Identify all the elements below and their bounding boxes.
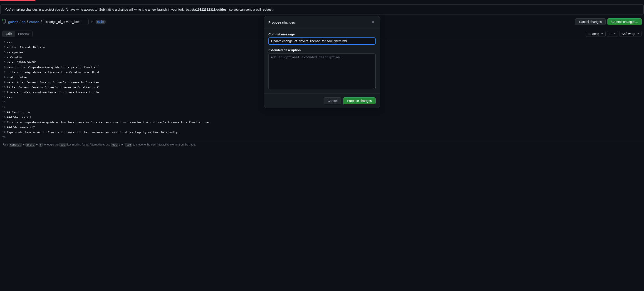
in-label: in	[91, 20, 93, 24]
line-gutter: 1234567891011121314151617181920	[0, 39, 7, 141]
extended-description-textarea[interactable]	[268, 53, 376, 89]
repo-icon	[2, 20, 7, 24]
notice-text: You're making changes in a project you d…	[5, 8, 184, 11]
breadcrumb-croatia[interactable]: croatia	[29, 20, 40, 24]
commit-message-label: Commit message	[268, 32, 376, 36]
line-number: 11	[2, 90, 6, 95]
line-number: 15	[2, 110, 6, 115]
kbd-tab: tab	[125, 143, 132, 147]
commit-changes-button[interactable]: Commit changes...	[608, 18, 642, 25]
breadcrumb-sep: /	[20, 20, 20, 24]
code-line[interactable]	[7, 100, 210, 105]
line-number: 1	[2, 40, 6, 45]
tab-preview[interactable]: Preview	[15, 31, 32, 37]
close-icon	[371, 20, 375, 24]
code-line[interactable]: ---	[7, 95, 210, 100]
line-number: 4	[2, 55, 6, 60]
extended-description-label: Extended description	[268, 48, 376, 52]
code-line[interactable]	[7, 135, 210, 140]
code-line[interactable]: ## Description	[7, 110, 210, 115]
line-number: 20	[2, 135, 6, 140]
code-line[interactable]: their foreign driver's license to a Croa…	[7, 70, 210, 75]
line-number: 5	[2, 60, 6, 65]
breadcrumb-sep: /	[27, 20, 28, 24]
indent-size-select[interactable]: 2	[607, 31, 618, 37]
code-line[interactable]: categories:	[7, 50, 210, 55]
notice-suffix: , so you can send a pull request.	[228, 8, 274, 11]
cancel-button[interactable]: Cancel	[324, 98, 341, 104]
wrap-mode-select[interactable]: Soft wrap	[619, 31, 642, 37]
kbd-control: Control	[9, 143, 22, 147]
kbd-m: m	[38, 143, 43, 147]
code-line[interactable]: This is a comprehensive guide on how for…	[7, 120, 210, 125]
indent-mode-select[interactable]: Spaces	[586, 31, 606, 37]
filename-input[interactable]	[43, 18, 88, 25]
breadcrumb-root[interactable]: guides	[8, 20, 18, 24]
line-number: 7	[2, 70, 6, 75]
code-line[interactable]: ### Who needs it?	[7, 125, 210, 130]
kbd-tab: tab	[59, 143, 66, 147]
editor-tabs: Edit Preview	[2, 31, 33, 37]
code-line[interactable]: title: Convert Foreign Driver's License …	[7, 85, 210, 90]
code-line[interactable]: Expats who have moved to Croatia for wor…	[7, 130, 210, 135]
notice-repo: rbatista19112312313/guides	[184, 8, 227, 11]
code-line[interactable]: description: Comprehensive guide for exp…	[7, 65, 210, 70]
breadcrumb-sep: /	[41, 20, 42, 24]
code-line[interactable]: author: Ricardo Batista	[7, 45, 210, 50]
line-number: 8	[2, 75, 6, 80]
page-progress-bar	[0, 0, 644, 1]
line-number: 3	[2, 50, 6, 55]
line-number: 17	[2, 120, 6, 125]
code-line[interactable]: ---	[7, 40, 210, 45]
close-button[interactable]	[370, 19, 376, 26]
code-content[interactable]: ---author: Ricardo Batistacategories:- C…	[7, 39, 210, 141]
line-number: 9	[2, 80, 6, 85]
line-number: 2	[2, 45, 6, 50]
fork-notice: You're making changes in a project you d…	[0, 4, 644, 15]
breadcrumb-en[interactable]: en	[22, 20, 26, 24]
modal-title: Propose changes	[268, 21, 295, 24]
line-number: 13	[2, 100, 6, 105]
line-number: 6	[2, 65, 6, 70]
kbd-esc: esc	[111, 143, 118, 147]
modal-body: Commit message Extended description	[264, 29, 380, 94]
modal-header: Propose changes	[264, 16, 380, 29]
code-line[interactable]: meta_title: Convert Foreign Driver's Lic…	[7, 80, 210, 85]
unsaved-dot-icon	[2, 19, 4, 21]
code-line[interactable]: ### What is it?	[7, 115, 210, 120]
cancel-changes-button[interactable]: Cancel changes	[575, 18, 606, 25]
line-number: 16	[2, 115, 6, 120]
line-number: 12	[2, 95, 6, 100]
line-number: 18	[2, 125, 6, 130]
propose-changes-button[interactable]: Propose changes	[343, 98, 376, 104]
line-number: 19	[2, 130, 6, 135]
modal-footer: Cancel Propose changes	[264, 94, 380, 108]
branch-badge[interactable]: main	[96, 20, 106, 24]
code-line[interactable]: - Croatia	[7, 55, 210, 60]
propose-changes-modal: Propose changes Commit message Extended …	[264, 16, 380, 108]
commit-message-input[interactable]	[268, 38, 376, 45]
tab-edit[interactable]: Edit	[2, 31, 15, 37]
code-line[interactable]: translationKey: croatia-change_of_driver…	[7, 90, 210, 95]
kbd-shift: Shift	[25, 143, 36, 147]
code-line[interactable]: draft: false	[7, 75, 210, 80]
keyboard-hint: Use Control + Shift + m to toggle the ta…	[0, 141, 644, 148]
code-line[interactable]: date: '2024-06-08'	[7, 60, 210, 65]
code-line[interactable]	[7, 105, 210, 110]
line-number: 10	[2, 85, 6, 90]
line-number: 14	[2, 105, 6, 110]
